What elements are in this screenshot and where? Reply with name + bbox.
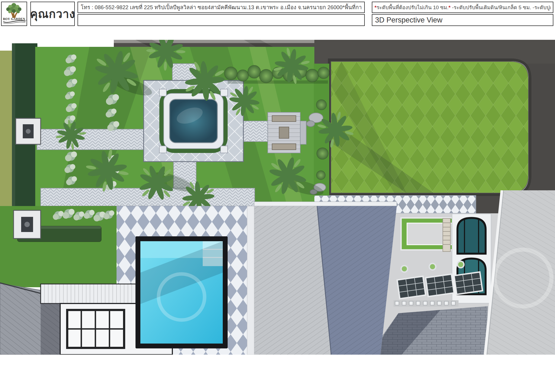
- bench-north: [272, 116, 296, 122]
- render-canvas: [0, 40, 555, 355]
- level-notes-text: *ระดับพื้นที่ต้องปรับไม่เกิน 10 ซม.* -ระ…: [375, 3, 551, 11]
- swimming-pool: [135, 236, 228, 348]
- client-name-box: คุณกวาง: [30, 2, 75, 26]
- note-fill: -ระดับปรับพื้นเติมดิน/หินเกล็ด 5 ซม.: [450, 5, 531, 10]
- garden-gate-south: [14, 210, 41, 239]
- perspective-render: [0, 40, 555, 355]
- bench-south: [272, 144, 296, 150]
- awning-louvers: [443, 218, 450, 251]
- note-level: ระดับพื้นที่ต้องปรับไม่เกิน 10 ซม.: [376, 5, 448, 10]
- view-title: 3D Perspective View: [375, 16, 443, 24]
- client-name: คุณกวาง: [30, 5, 75, 23]
- deck-table: [279, 127, 289, 138]
- contact-address-box: โทร : 086-552-9822 เลขที่ 225 ทริปเปิ้ลบ…: [78, 2, 365, 13]
- logo-graphic: BOY GARDEN LANDSCAPE: [2, 2, 27, 25]
- east-path: [243, 121, 269, 142]
- note-tile: -ระดับปูกระเบื้อง 5 ซม.: [531, 5, 551, 10]
- company-logo: BOY GARDEN LANDSCAPE: [1, 2, 27, 26]
- dentil-cornice: [393, 300, 459, 307]
- arched-window-1: [457, 218, 486, 254]
- west-path: [37, 129, 144, 150]
- contact-address-text: โทร : 086-552-9822 เลขที่ 225 ทริปเปิ้ลบ…: [81, 3, 362, 12]
- pavilion-shadow: [41, 303, 60, 355]
- contact-address-box-row2: [78, 14, 365, 26]
- grass-grid-parking: [329, 60, 530, 195]
- logo-tagline-text: LANDSCAPE: [18, 19, 27, 21]
- deck-fascia: [247, 206, 254, 355]
- logo-tree-icon: [6, 3, 21, 18]
- view-title-box: 3D Perspective View: [372, 14, 553, 26]
- ornamental-pond: [159, 89, 228, 153]
- garden-gate-north: [16, 118, 41, 144]
- level-notes-box: *ระดับพื้นที่ต้องปรับไม่เกิน 10 ซม.* -ระ…: [372, 2, 553, 13]
- roof-gutter: [254, 202, 397, 206]
- deck-steps: [300, 121, 306, 144]
- main-house-roof: [254, 202, 397, 355]
- pergola-deck: [268, 112, 306, 153]
